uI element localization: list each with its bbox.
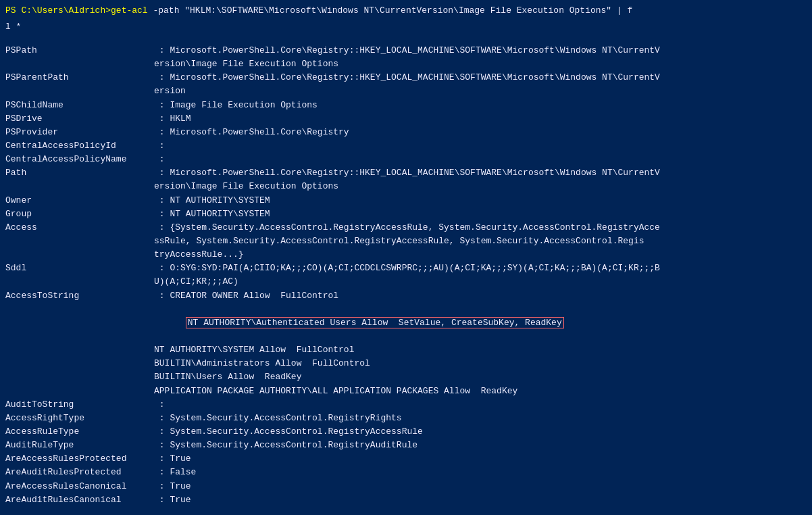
sep-accessrighttype: : [154,412,170,425]
label-centralaccesspolicyid: CentralAccessPolicyId [5,139,154,153]
accesstostring-line4: BUILTIN\Administrators Allow FullControl [5,357,807,370]
sep-pspath: : [154,44,170,57]
command-get-acl: get-acl [111,4,148,18]
value-accessruletype: System.Security.AccessControl.RegistryAc… [170,425,807,439]
label-path: Path [5,166,154,180]
value-areauditrulescanonical: True [170,493,807,507]
command-line-2: l * [5,20,807,34]
value-pschildname: Image File Execution Options [170,99,807,112]
sep-psprovider: : [154,126,170,139]
row-accessruletype: AccessRuleType : System.Security.AccessC… [5,425,807,439]
label-accessrighttype: AccessRightType [5,412,154,425]
row-access: Access : {System.Security.AccessControl.… [5,221,807,235]
value-areauditrulesprotected: False [170,466,807,479]
access-highlight: NT AUTHORITY\Authenticated Users Allow S… [186,317,564,328]
row-pspath: PSPath : Microsoft.PowerShell.Core\Regis… [5,44,807,57]
row-sddl: Sddl : O:SYG:SYD:PAI(A;CIIO;KA;;;CO)(A;C… [5,262,807,275]
sep-access: : [154,221,170,235]
label-auditruletype: AuditRuleType [5,439,154,452]
row-psparentpath: PSParentPath : Microsoft.PowerShell.Core… [5,71,807,84]
row-psdrive: PSDrive : HKLM [5,112,807,126]
command-line-1: PS C:\Users\Aldrich> get-acl -path "HKLM… [5,4,807,18]
sep-centralaccesspolicyname: : [154,153,170,166]
row-areaccessrulescanonical: AreAccessRulesCanonical : True [5,480,807,493]
value-psdrive: HKLM [170,112,807,126]
row-auditruletype: AuditRuleType : System.Security.AccessCo… [5,439,807,452]
sep-accessruletype: : [154,425,170,439]
label-psparentpath: PSParentPath [5,71,154,84]
command-line2: l * [5,20,21,34]
terminal: PS C:\Users\Aldrich> get-acl -path "HKLM… [5,4,807,515]
sep-areauditrulesprotected: : [154,466,170,479]
value-pspath: Microsoft.PowerShell.Core\Registry::HKEY… [170,44,807,57]
value-sddl: O:SYG:SYD:PAI(A;CIIO;KA;;;CO)(A;CI;CCDCL… [170,262,807,275]
sep-areaccessrulescanonical: : [154,480,170,493]
row-owner: Owner : NT AUTHORITY\SYSTEM [5,194,807,207]
sep-auditruletype: : [154,439,170,452]
value-areaccessrulesprotected: True [170,452,807,466]
row-centralaccesspolicyid: CentralAccessPolicyId : [5,139,807,153]
sep-sddl: : [154,262,170,275]
cont-sddl: U)(A;CI;KR;;;AC) [5,275,807,289]
label-owner: Owner [5,194,154,207]
sep-pschildname: : [154,99,170,112]
value-accessrighttype: System.Security.AccessControl.RegistryRi… [170,412,807,425]
prompt: PS C:\Users\Aldrich> [5,4,111,18]
sep-psparentpath: : [154,71,170,84]
row-accessrighttype: AccessRightType : System.Security.Access… [5,412,807,425]
value-auditruletype: System.Security.AccessControl.RegistryAu… [170,439,807,452]
row-pschildname: PSChildName : Image File Execution Optio… [5,99,807,112]
accesstostring-line5: BUILTIN\Users Allow ReadKey [5,370,807,384]
label-pschildname: PSChildName [5,99,154,112]
accesstostring-line6: APPLICATION PACKAGE AUTHORITY\ALL APPLIC… [5,385,807,398]
label-accesstostring: AccessToString [5,289,154,303]
label-areaccessrulescanonical: AreAccessRulesCanonical [5,480,154,493]
label-psdrive: PSDrive [5,112,154,126]
cont-psparentpath: ersion [5,84,807,98]
value-psparentpath: Microsoft.PowerShell.Core\Registry::HKEY… [170,71,807,84]
label-centralaccesspolicyname: CentralAccessPolicyName [5,153,154,166]
row-areauditrulescanonical: AreAuditRulesCanonical : True [5,493,807,507]
label-psprovider: PSProvider [5,126,154,139]
accesstostring-line2: NT AUTHORITY\Authenticated Users Allow S… [5,303,807,343]
value-path: Microsoft.PowerShell.Core\Registry::HKEY… [170,166,807,180]
label-pspath: PSPath [5,44,154,57]
label-audittostring: AuditToString [5,398,154,412]
value-access: {System.Security.AccessControl.RegistryA… [170,221,807,235]
row-areauditrulesprotected: AreAuditRulesProtected : False [5,466,807,479]
label-access: Access [5,221,154,235]
value-areaccessrulescanonical: True [170,480,807,493]
cont-pspath: ersion\Image File Execution Options [5,57,807,71]
label-areauditrulescanonical: AreAuditRulesCanonical [5,493,154,507]
sep-audittostring: : [154,398,170,412]
cont-path: ersion\Image File Execution Options [5,180,807,193]
row-accesstostring: AccessToString : CREATOR OWNER Allow Ful… [5,289,807,303]
output-block: PSPath : Microsoft.PowerShell.Core\Regis… [5,44,807,507]
value-group: NT AUTHORITY\SYSTEM [170,207,807,221]
row-areaccessrulesprotected: AreAccessRulesProtected : True [5,452,807,466]
value-owner: NT AUTHORITY\SYSTEM [170,194,807,207]
row-audittostring: AuditToString : [5,398,807,412]
sep-areaccessrulesprotected: : [154,452,170,466]
label-group: Group [5,207,154,221]
row-path: Path : Microsoft.PowerShell.Core\Registr… [5,166,807,180]
sep-owner: : [154,194,170,207]
command-args: -path "HKLM:\SOFTWARE\Microsoft\Windows … [148,4,633,18]
cont-access-2: tryAccessRule...} [5,248,807,262]
cont-access-1: ssRule, System.Security.AccessControl.Re… [5,235,807,248]
row-centralaccesspolicyname: CentralAccessPolicyName : [5,153,807,166]
label-sddl: Sddl [5,262,154,275]
sep-psdrive: : [154,112,170,126]
sep-areauditrulescanonical: : [154,493,170,507]
accesstostring-line3: NT AUTHORITY\SYSTEM Allow FullControl [5,343,807,357]
label-areaccessrulesprotected: AreAccessRulesProtected [5,452,154,466]
value-accesstostring-line1: CREATOR OWNER Allow FullControl [170,289,807,303]
sep-centralaccesspolicyid: : [154,139,170,153]
sep-path: : [154,166,170,180]
row-psprovider: PSProvider : Microsoft.PowerShell.Core\R… [5,126,807,139]
label-areauditrulesprotected: AreAuditRulesProtected [5,466,154,479]
row-group: Group : NT AUTHORITY\SYSTEM [5,207,807,221]
value-psprovider: Microsoft.PowerShell.Core\Registry [170,126,807,139]
sep-group: : [154,207,170,221]
label-accessruletype: AccessRuleType [5,425,154,439]
